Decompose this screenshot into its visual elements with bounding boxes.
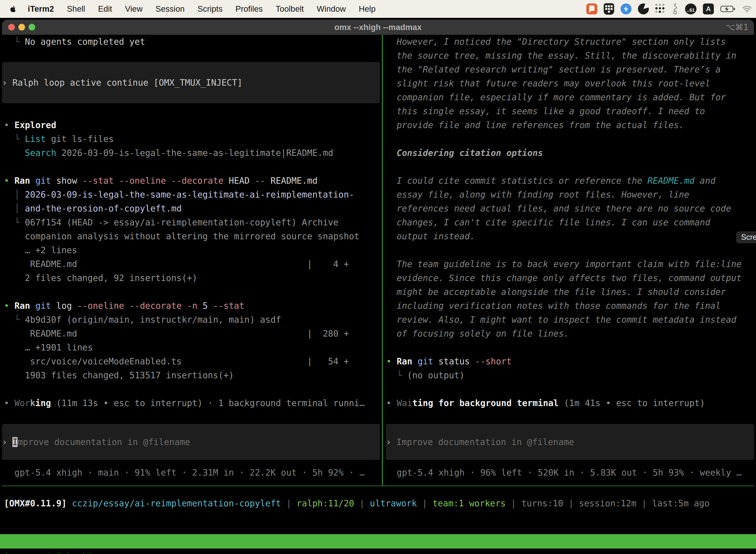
text-segment: git (418, 356, 438, 366)
terminal-line: └ No agents completed yet (4, 35, 145, 49)
input-source-a-icon[interactable]: A (703, 3, 714, 14)
terminal-content: └ No agents completed yet• Explored └ Li… (2, 35, 754, 533)
terminal-line: • Explored (4, 118, 56, 132)
terminal-line: • Working (11m 13s • esc to interrupt) ·… (4, 396, 365, 410)
menu-item-session[interactable]: Session (155, 4, 185, 14)
menu-item-edit[interactable]: Edit (98, 4, 112, 14)
menu-item-window[interactable]: Window (317, 4, 346, 14)
text-segment: git (35, 301, 56, 311)
text-segment: git ls-files (46, 134, 114, 144)
text-segment: | (281, 498, 297, 508)
text-segment: last:5m ago (652, 498, 710, 508)
prompt-input-left[interactable]: › Improve documentation in @filename (2, 424, 380, 460)
text-segment: │ (4, 189, 25, 200)
terminal-line: gpt-5.4 xhigh · main · 91% left · 2.31M … (4, 466, 365, 480)
text-segment: the "Related research writing" section i… (386, 64, 721, 74)
text-segment: --short (475, 356, 512, 366)
screen-share-tooltip: Scre (736, 231, 756, 243)
screen-record-chat-icon[interactable] (586, 3, 597, 14)
text-segment: README.md (271, 176, 318, 186)
text-segment: provide file and line references from th… (386, 120, 684, 130)
pie-chart-icon[interactable] (638, 3, 649, 14)
text-segment: 2026-03-09-is-legal-the-same-as-legitima… (56, 148, 333, 158)
omx-status-line: [OMX#0.11.9] cczip/essay/ai-reimplementa… (4, 496, 710, 510)
text-segment: | (506, 498, 521, 508)
omx-status-bar: [OMX#0.11.9] cczip/essay/ai-reimplementa… (2, 496, 754, 510)
text-segment: Wor (14, 398, 30, 408)
text-segment: HEAD (229, 176, 255, 186)
prompt-input-right[interactable]: › Improve documentation in @filename (386, 424, 754, 460)
text-segment: Search (25, 148, 56, 158)
text-segment: companion analysis without altering the … (4, 231, 359, 241)
terminal-line: src/voice/voiceModeEnabled.ts | 54 + (4, 354, 349, 368)
deck-grid-icon[interactable] (604, 3, 614, 15)
pane-divider-vertical[interactable] (382, 35, 383, 486)
wifi-icon[interactable] (742, 5, 752, 13)
terminal-line: this single essay, it seems like a good … (386, 104, 705, 118)
tmux-pane-right: However, I noticed the "Directory Struct… (385, 35, 754, 486)
text-segment: companion file, especially if more comme… (386, 92, 726, 102)
text-segment: and-the-erosion-of-copyleft.md (25, 204, 182, 214)
text-segment: No agents completed yet (25, 37, 145, 47)
menu-item-toolbelt[interactable]: Toolbelt (275, 4, 304, 14)
tmux-status-bar: [omx-cczip0:bash* "MacBook-Pro-44.local"… (0, 534, 756, 549)
bolt-badge-icon[interactable] (621, 3, 631, 14)
terminal-line: README.md | 280 + (4, 327, 349, 340)
text-segment: git (35, 176, 56, 186)
terminal-line: 2 files changed, 92 insertions(+) (4, 271, 197, 285)
text-segment: --oneline --decorate (77, 301, 187, 311)
text-segment: k (30, 398, 35, 408)
terminal-line: └ List git ls-files (4, 132, 114, 146)
hook-squiggle-icon[interactable] (672, 3, 679, 15)
terminal-line: review. Also, I might want to inspect th… (386, 313, 737, 327)
tmux-window-label[interactable]: [omx-cczip0:bash* (4, 549, 93, 554)
terminal-line: companion analysis without altering the … (4, 229, 359, 243)
window-title-bar[interactable]: omx --xhigh --madmax ⌥⌘1 (2, 19, 754, 35)
text-segment: the source tree, missing the essay. Stil… (386, 51, 737, 61)
menu-item-iterm2[interactable]: iTerm2 (28, 4, 54, 14)
menu-item-help[interactable]: Help (359, 4, 376, 14)
text-segment: ting for background terminal (412, 398, 559, 408)
text-segment: (11m 13s • esc to interrupt) · 1 backgro… (51, 398, 365, 408)
terminal-line: companion file, especially if more comme… (386, 90, 726, 104)
text-segment: src/voice/voiceModeEnabled.ts | 54 + (4, 356, 349, 366)
pane-divider-horizontal[interactable] (2, 486, 754, 486)
text-segment: … +2 lines (4, 245, 77, 255)
gauge-61-icon[interactable]: ..61 (685, 3, 696, 14)
menu-item-profiles[interactable]: Profiles (235, 4, 263, 14)
text-segment (4, 148, 25, 158)
text-segment: • (386, 398, 397, 408)
terminal-line: › Improve documentation in @filename (2, 435, 190, 449)
text-segment: › (2, 437, 12, 447)
text-segment: evidence. Since this change only affects… (386, 273, 742, 283)
text-segment: │ (4, 204, 25, 214)
text-segment: gpt-5.4 xhigh · 96% left · 520K in · 5.8… (386, 467, 742, 478)
text-segment: • (4, 398, 14, 408)
text-segment: team:1 workers (433, 498, 506, 508)
terminal-line: essay file, along with finding root file… (386, 188, 689, 202)
terminal-line: I could cite commit statistics or refere… (386, 174, 715, 188)
terminal-line: README.md | 4 + (4, 257, 349, 271)
text-segment: The team guideline is to back every impo… (386, 259, 742, 269)
text-segment: Wai (397, 398, 412, 408)
menu-item-view[interactable]: View (125, 4, 143, 14)
terminal-line: └ 067f154 (HEAD -> essay/ai-reimplementa… (4, 215, 338, 229)
text-segment: However, I noticed the "Directory Struct… (386, 37, 726, 47)
text-segment: └ (4, 217, 25, 227)
apple-menu-icon[interactable] (9, 4, 19, 13)
text-segment: • (4, 120, 14, 130)
text-segment: 1903 files changed, 513517 insertions(+) (4, 370, 234, 380)
app-grid-icon[interactable] (655, 4, 666, 14)
terminal-line: However, I noticed the "Directory Struct… (386, 35, 726, 49)
menu-item-scripts[interactable]: Scripts (197, 4, 223, 14)
text-segment: (no output) (407, 370, 464, 380)
text-segment: changes, I can't cite specific file line… (386, 217, 710, 227)
menu-item-shell[interactable]: Shell (67, 4, 85, 14)
terminal-line: including verification notes with those … (386, 299, 721, 313)
battery-charging-icon[interactable] (720, 5, 736, 13)
terminal-line: changes, I can't cite specific file line… (386, 215, 710, 229)
text-segment: might be acceptable alongside the file l… (386, 287, 726, 297)
text-segment: gpt-5.4 xhigh · main · 91% left · 2.31M … (4, 467, 365, 478)
ralph-loop-banner[interactable]: › Ralph loop active continue [OMX_TMUX_I… (2, 62, 380, 103)
text-segment: └ (4, 134, 25, 144)
